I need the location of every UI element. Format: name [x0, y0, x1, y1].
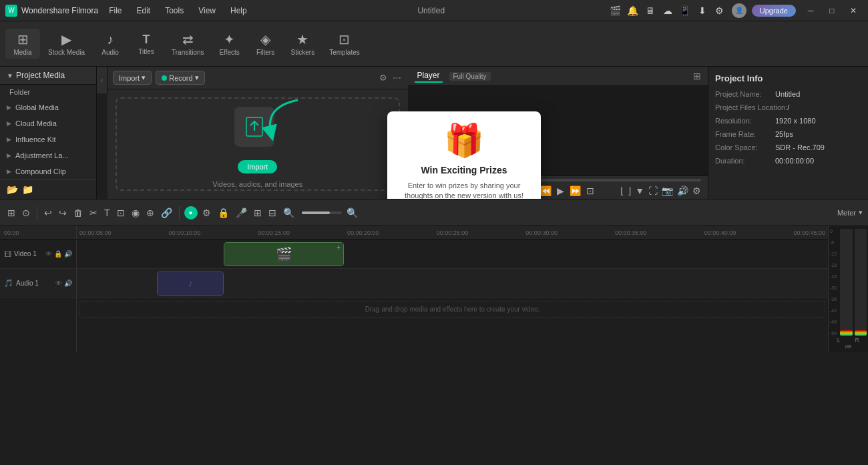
- split-icon[interactable]: ⊟: [266, 205, 278, 220]
- project-info-title: Project Info: [715, 73, 861, 83]
- close-button[interactable]: ✕: [844, 4, 863, 17]
- settings-button[interactable]: ⚙: [692, 185, 701, 196]
- track-lock-icon[interactable]: 🔒: [54, 250, 62, 258]
- upgrade-button[interactable]: Upgrade: [752, 5, 796, 17]
- panel-adjustment-layer[interactable]: ▶ Adjustment La...: [0, 147, 96, 163]
- track-area: 🎞 Video 1 👁 🔒 🔊 🎵 Audio 1 👁: [0, 240, 828, 352]
- redo-button[interactable]: ↪: [57, 205, 69, 220]
- step-back-button[interactable]: ⏪: [540, 185, 552, 196]
- tool-effects[interactable]: ✦ Effects: [212, 29, 247, 59]
- titles-icon: T: [143, 33, 150, 47]
- db-54: -54: [830, 331, 837, 336]
- audio-vol-icon[interactable]: 🔊: [64, 280, 72, 287]
- panel-collapse-arrow[interactable]: ▼: [7, 72, 13, 79]
- add-marker-button[interactable]: ▼: [635, 185, 644, 196]
- panel-collapse-btn[interactable]: ‹: [97, 67, 107, 93]
- minimize-button[interactable]: ─: [801, 4, 820, 17]
- panel-title: Project Media: [16, 71, 65, 80]
- cloud-icon[interactable]: ☁: [661, 4, 674, 17]
- info-name-value: Untitled: [775, 90, 800, 98]
- notification-icon[interactable]: 🔔: [626, 4, 640, 17]
- play-button[interactable]: ▶: [557, 185, 564, 196]
- tool-audio[interactable]: ♪ Audio: [93, 29, 128, 59]
- zoom-in-icon[interactable]: 🔍: [345, 205, 360, 220]
- menu-edit[interactable]: Edit: [130, 5, 158, 17]
- snap-button[interactable]: ●: [184, 206, 198, 219]
- lasso-icon[interactable]: ⊙: [20, 205, 32, 220]
- mark-in-button[interactable]: ⌊: [620, 185, 624, 196]
- monitor-icon[interactable]: 🖥: [644, 4, 657, 17]
- clip-add-btn[interactable]: +: [337, 244, 341, 252]
- crop-tl-button[interactable]: ⊡: [115, 205, 127, 220]
- maximize-button[interactable]: □: [823, 4, 841, 17]
- timeline-area: ⊞ ⊙ ↩ ↪ 🗑 ✂ T ⊡ ◉ ⊕ 🔗 ● ⚙ 🔒 🎤 ⊞ ⊟ 🔍 🔍 Me…: [0, 199, 868, 352]
- cut-button[interactable]: ✂: [87, 205, 99, 220]
- tab-player[interactable]: Player: [415, 69, 443, 83]
- mark-7: 00:00:40:00: [704, 229, 736, 236]
- filter-icon[interactable]: ⚙: [378, 71, 389, 84]
- audio-visibility-icon[interactable]: 👁: [55, 280, 62, 287]
- audio-clip[interactable]: ♪: [157, 272, 224, 296]
- mark-out-button[interactable]: ⌋: [628, 185, 631, 196]
- record-chevron: ▾: [195, 73, 199, 82]
- record-button[interactable]: Record ▾: [156, 71, 204, 85]
- tool-stickers[interactable]: ★ Stickers: [284, 29, 322, 59]
- panel-folder-item[interactable]: Folder: [0, 85, 96, 99]
- menu-file[interactable]: File: [102, 5, 128, 17]
- settings-tl-icon[interactable]: ⚙: [200, 205, 213, 220]
- volume-button[interactable]: 🔊: [677, 185, 688, 196]
- settings-icon[interactable]: ⚙: [713, 4, 726, 17]
- track-vol-icon[interactable]: 🔊: [64, 250, 72, 258]
- subtitle-icon[interactable]: ⊞: [252, 205, 264, 220]
- more-icon[interactable]: ⋯: [391, 71, 403, 84]
- meter-toggle[interactable]: ▾: [859, 208, 863, 217]
- add-clip-button[interactable]: ⊕: [144, 205, 156, 220]
- fullscreen-button[interactable]: ⛶: [648, 185, 658, 196]
- tool-stock-media[interactable]: ▶ Stock Media: [41, 29, 91, 59]
- folder-open-icon[interactable]: 📂: [7, 184, 18, 195]
- panel-cloud-media[interactable]: ▶ Cloud Media: [0, 115, 96, 131]
- tool-filters-label: Filters: [256, 49, 274, 56]
- step-forward-button[interactable]: ⏩: [570, 185, 581, 196]
- titlebar-right: 🎬 🔔 🖥 ☁ 📱 ⬇ ⚙ 👤 Upgrade ─ □ ✕: [609, 3, 863, 18]
- panel-global-media[interactable]: ▶ Global Media: [0, 99, 96, 115]
- effect-button[interactable]: ◉: [130, 205, 142, 220]
- nav-arrow: ▶: [7, 152, 11, 159]
- import-center-button[interactable]: Import: [238, 160, 277, 173]
- text-button[interactable]: T: [102, 205, 112, 220]
- tool-titles[interactable]: T Titles: [129, 30, 164, 58]
- snapshot-button[interactable]: 📷: [662, 185, 673, 196]
- panel-compound-clip[interactable]: ▶ Compound Clip: [0, 163, 96, 179]
- mic-icon[interactable]: 🎤: [234, 205, 249, 220]
- tool-transitions[interactable]: ⇄ Transitions: [165, 29, 211, 59]
- filmora-icon[interactable]: 🎬: [609, 4, 622, 17]
- split-view-icon[interactable]: ⊞: [5, 205, 17, 220]
- tool-templates[interactable]: ⊡ Templates: [322, 29, 367, 59]
- menu-tools[interactable]: Tools: [158, 5, 190, 17]
- download-icon[interactable]: ⬇: [696, 4, 709, 17]
- add-folder-icon[interactable]: 📁: [22, 184, 33, 195]
- phone-icon[interactable]: 📱: [678, 4, 692, 17]
- user-avatar[interactable]: 👤: [732, 3, 746, 18]
- undo-button[interactable]: ↩: [42, 205, 54, 220]
- info-resolution-row: Resolution: 1920 x 1080: [715, 117, 861, 125]
- lock-icon[interactable]: 🔒: [216, 205, 231, 220]
- tool-filters[interactable]: ◈ Filters: [248, 29, 283, 59]
- delete-button[interactable]: 🗑: [71, 205, 85, 220]
- video-clip[interactable]: 🎬 +: [224, 242, 344, 266]
- media-drop-zone[interactable]: Import Videos, audios, and images: [116, 97, 400, 191]
- track-visibility-icon[interactable]: 👁: [45, 250, 52, 258]
- panel-influence-kit[interactable]: ▶ Influence Kit: [0, 131, 96, 147]
- tool-media[interactable]: ⊞ Media: [5, 29, 40, 59]
- titlebar: W Wondershare Filmora File Edit Tools Vi…: [0, 0, 868, 21]
- zoom-slider[interactable]: [302, 211, 342, 214]
- zoom-out-icon[interactable]: 🔍: [281, 205, 296, 220]
- crop-button[interactable]: ⊡: [586, 185, 594, 196]
- import-button[interactable]: Import ▾: [113, 71, 152, 85]
- drop-arrow: [251, 93, 304, 147]
- menu-help[interactable]: Help: [224, 5, 254, 17]
- quality-badge[interactable]: Full Quality: [449, 72, 491, 81]
- menu-view[interactable]: View: [192, 5, 222, 17]
- player-settings-icon[interactable]: ⊞: [693, 71, 701, 81]
- link-button[interactable]: 🔗: [159, 205, 174, 220]
